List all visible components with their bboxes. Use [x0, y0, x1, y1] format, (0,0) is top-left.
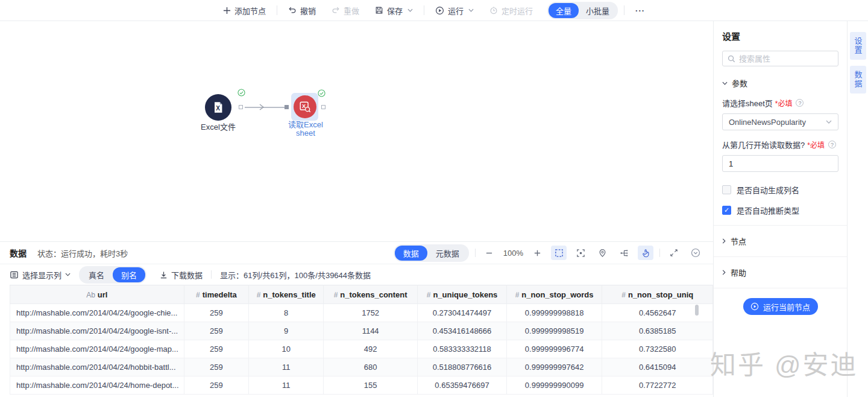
column-header-n_unique_tokens[interactable]: #n_unique_tokens [418, 285, 506, 304]
node-read-excel-label: 读取Excel sheet [280, 121, 331, 138]
column-name: n_tokens_title [263, 290, 315, 299]
numeric-type-icon: # [621, 291, 626, 299]
chevron-right-icon [722, 238, 726, 244]
hand-pointer-icon [641, 249, 650, 258]
zoom-in-button[interactable] [529, 246, 545, 260]
mode-full-segment[interactable]: 全量 [549, 3, 579, 18]
column-header-n_tokens_title[interactable]: #n_tokens_title [249, 285, 324, 304]
table-vertical-scrollbar[interactable] [695, 305, 699, 316]
read-excel-icon: X [298, 100, 312, 113]
start-row-input[interactable] [722, 155, 838, 172]
numeric-type-icon: # [334, 291, 338, 299]
auto-colname-checkbox-row[interactable]: 是否自动生成列名 [722, 184, 838, 195]
scheduled-run-button[interactable]: 定时运行 [485, 2, 538, 19]
table-header-row: Aburl#timedelta#n_tokens_title#n_tokens_… [10, 285, 713, 304]
divider [714, 225, 847, 226]
property-search-input[interactable] [739, 54, 833, 63]
table-cell: 259 [184, 340, 249, 358]
run-current-node-label: 运行当前节点 [763, 301, 810, 313]
side-tab-settings[interactable]: 设置 [850, 32, 866, 60]
input-port[interactable] [285, 105, 289, 109]
column-header-timedelta[interactable]: #timedelta [184, 285, 249, 304]
more-button[interactable]: ··· [631, 4, 650, 17]
collapse-panel-button[interactable] [688, 246, 703, 260]
redo-button[interactable]: 重做 [327, 2, 364, 19]
run-label: 运行 [448, 5, 464, 16]
help-section-label: 帮助 [731, 267, 746, 278]
checkbox-unchecked[interactable] [722, 185, 731, 194]
params-section-header[interactable]: 参数 [722, 77, 838, 89]
node-read-excel-selected[interactable]: X [291, 93, 318, 121]
layout-tree-button[interactable] [616, 246, 632, 260]
table-controls-row: 选择显示列 真名 别名 下载数据 显示：61列/共61列，100条/共39644… [0, 264, 713, 285]
node-read-excel[interactable]: X [294, 95, 316, 118]
pipeline-canvas[interactable]: X Excel文件 X [0, 21, 713, 241]
undo-button[interactable]: 撤销 [283, 2, 321, 19]
output-port[interactable] [321, 105, 326, 109]
redo-label: 重做 [344, 5, 359, 16]
tab-metadata[interactable]: 元数据 [427, 246, 468, 261]
node-section-header[interactable]: 节点 [722, 228, 838, 254]
play-circle-icon [435, 6, 444, 15]
toolbar-divider [277, 5, 277, 15]
column-header-n_tokens_content[interactable]: #n_tokens_content [323, 285, 417, 304]
output-port[interactable] [239, 105, 243, 109]
help-section-header[interactable]: 帮助 [722, 259, 838, 285]
download-data-button[interactable]: 下载数据 [160, 269, 203, 281]
column-name: n_non_stop_words [521, 290, 593, 299]
table-row: http://mashable.com/2014/04/24/hobbit-ba… [10, 358, 713, 376]
download-icon [160, 271, 168, 279]
tab-data[interactable]: 数据 [395, 246, 427, 261]
checkbox-checked[interactable]: ✓ [722, 206, 731, 215]
table-cell: 8 [249, 304, 324, 322]
divider [211, 270, 212, 279]
fit-view-button[interactable] [573, 246, 588, 260]
side-tab-data[interactable]: 数据 [850, 66, 866, 94]
select-columns-button[interactable]: 选择显示列 [10, 269, 71, 281]
expand-panel-button[interactable] [666, 246, 682, 260]
help-question-icon[interactable]: ? [828, 141, 836, 148]
sheet-select[interactable]: OnlineNewsPopularity [722, 113, 838, 130]
table-cell: 259 [184, 376, 249, 395]
chevron-down-icon [407, 8, 413, 12]
column-header-url[interactable]: Aburl [10, 285, 184, 304]
help-question-icon[interactable]: ? [796, 99, 804, 107]
mode-batch-segment[interactable]: 小批量 [579, 3, 617, 18]
node-excel-file[interactable]: X [205, 94, 231, 121]
auto-infer-checkbox-row[interactable]: ✓ 是否自动推断类型 [722, 205, 838, 216]
chevron-down-icon [722, 81, 728, 85]
marquee-select-button[interactable] [551, 246, 567, 260]
column-header-n_non_stop_uniq[interactable]: #n_non_stop_uniq [602, 285, 713, 304]
table-cell: http://mashable.com/2014/04/24/google-ch… [10, 304, 184, 322]
location-pin-icon [598, 249, 607, 258]
table-cell: 0.7322580 [602, 340, 713, 358]
chevron-down-icon [65, 273, 71, 276]
table-cell: 11 [249, 376, 324, 395]
chevron-down-icon [826, 120, 832, 124]
table-cell: 0.7722772 [602, 376, 713, 395]
toggle-real-name[interactable]: 真名 [80, 267, 113, 282]
column-header-n_non_stop_words[interactable]: #n_non_stop_words [506, 285, 602, 304]
scheduled-run-label: 定时运行 [502, 5, 533, 16]
toolbar-divider [424, 5, 424, 15]
toggle-alias[interactable]: 别名 [113, 267, 145, 282]
run-current-node-button[interactable]: 运行当前节点 [743, 298, 818, 315]
save-button[interactable]: 保存 [370, 2, 418, 19]
run-button[interactable]: 运行 [430, 2, 479, 19]
table-cell: 1752 [323, 304, 417, 322]
required-mark: *必填 [807, 139, 825, 150]
table-cell: 0.999999998519 [506, 322, 602, 340]
success-check-icon [237, 89, 245, 97]
zoom-out-button[interactable] [482, 246, 497, 260]
add-node-button[interactable]: 添加节点 [218, 2, 271, 19]
toolbar: 添加节点 撤销 重做 保存 运行 定时运行 全量 小批量 [0, 0, 868, 21]
params-section-label: 参数 [732, 77, 747, 89]
numeric-type-icon: # [257, 291, 261, 299]
property-search[interactable] [722, 51, 838, 66]
columns-icon [10, 270, 19, 279]
chevron-down-circle-icon [691, 248, 700, 258]
data-table-container: Aburl#timedelta#n_tokens_title#n_tokens_… [10, 285, 713, 397]
locate-button[interactable] [594, 246, 610, 260]
pan-hand-button[interactable] [638, 246, 653, 260]
name-alias-toggle: 真名 别名 [79, 266, 146, 284]
